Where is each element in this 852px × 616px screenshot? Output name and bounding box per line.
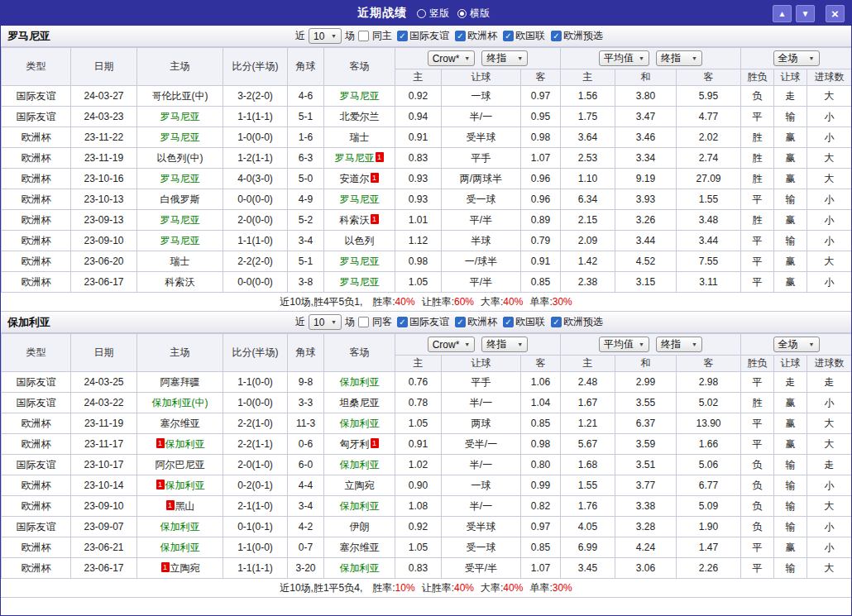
asian-index-dropdown[interactable]: 终指 ▼ xyxy=(481,50,528,66)
fulltime-dropdown[interactable]: 全场 ▼ xyxy=(773,337,820,352)
asian-handicap: 受平/半 xyxy=(442,558,521,579)
asian-handicap: 半/一 xyxy=(442,107,521,127)
scroll-up-button[interactable]: ▲ xyxy=(773,5,792,22)
col-header-type: 类型 xyxy=(2,48,71,86)
match-away-team: 罗马尼亚 xyxy=(324,86,395,107)
euro-draw-odds: 3.77 xyxy=(615,475,677,496)
result-goals: 小 xyxy=(807,107,852,127)
match-away-team: 罗马尼亚1 xyxy=(324,148,395,169)
euro-away-odds: 7.55 xyxy=(677,251,741,272)
horizontal-layout-label[interactable]: 横版 xyxy=(470,7,490,21)
team-name-text: 保加利亚 xyxy=(340,562,380,574)
result-goals: 大 xyxy=(807,413,852,434)
result-winloss: 负 xyxy=(741,496,774,517)
match-score: 3-2(2-0) xyxy=(223,86,288,107)
same-venue-checkbox[interactable] xyxy=(358,31,369,41)
match-away-team: 安道尔1 xyxy=(324,169,395,189)
summary-stat-label: 单率: xyxy=(529,582,552,594)
match-away-team: 保加利亚 xyxy=(324,558,395,579)
asian-home-odds: 0.91 xyxy=(395,434,442,455)
match-row: 欧洲杯23-09-13罗马尼亚2-0(0-0)5-2科索沃11.01平/半0.8… xyxy=(2,210,852,231)
league-checkbox[interactable] xyxy=(503,317,514,327)
euro-draw-odds: 3.93 xyxy=(615,189,677,210)
euro-odds-group-header: 平均值 ▼ 终指 ▼ xyxy=(561,334,741,356)
vertical-layout-radio[interactable] xyxy=(417,9,426,18)
results-table: 类型 日期 主场 比分(半场) 角球 客场 Crow* ▼ 终指 ▼ xyxy=(1,47,852,293)
euro-draw-odds: 9.19 xyxy=(615,169,677,189)
league-checkbox[interactable] xyxy=(397,317,408,327)
match-corners: 0-6 xyxy=(288,434,324,455)
close-button[interactable]: × xyxy=(826,5,845,22)
vertical-layout-label[interactable]: 竖版 xyxy=(429,7,449,21)
euro-draw-odds: 3.15 xyxy=(615,272,677,293)
match-count-dropdown[interactable]: 10 ▼ xyxy=(309,314,342,330)
same-venue-label[interactable]: 同客 xyxy=(372,315,392,329)
result-goals: 大 xyxy=(807,434,852,455)
league-filters: 国际友谊欧洲杯欧国联欧洲预选 xyxy=(397,29,607,43)
match-date: 23-10-17 xyxy=(71,455,137,475)
euro-average-dropdown[interactable]: 平均值 ▼ xyxy=(599,50,649,66)
league-checkbox[interactable] xyxy=(455,317,466,327)
euro-draw-odds: 4.24 xyxy=(615,537,677,558)
bookmaker-dropdown[interactable]: Crow* ▼ xyxy=(428,50,476,66)
team-name: 罗马尼亚 xyxy=(1,29,50,44)
team-name-text: 塞尔维亚 xyxy=(160,418,200,429)
result-winloss: 胜 xyxy=(741,210,774,231)
league-checkbox[interactable] xyxy=(397,31,408,41)
result-winloss: 平 xyxy=(741,107,774,127)
close-icon: × xyxy=(831,7,839,20)
summary-stat-value: 30% xyxy=(553,296,572,308)
match-count-dropdown[interactable]: 10 ▼ xyxy=(309,28,342,44)
result-winloss: 胜 xyxy=(741,393,774,413)
match-type-badge: 欧洲杯 xyxy=(2,434,71,455)
chevron-down-icon: ▼ xyxy=(692,341,697,347)
col-header-corner: 角球 xyxy=(288,334,324,372)
euro-draw-odds: 3.28 xyxy=(615,517,677,537)
bookmaker-dropdown[interactable]: Crow* ▼ xyxy=(428,337,476,352)
down-arrow-icon: ▼ xyxy=(802,9,810,18)
match-away-team: 北爱尔兰 xyxy=(324,107,395,127)
match-date: 23-10-14 xyxy=(71,475,137,496)
match-corners: 4-9 xyxy=(288,189,324,210)
fulltime-dropdown[interactable]: 全场 ▼ xyxy=(773,50,820,66)
same-venue-checkbox[interactable] xyxy=(358,317,369,327)
match-row: 欧洲杯23-06-21保加利亚1-1(0-0)0-7塞尔维亚1.05受一球0.8… xyxy=(2,537,852,558)
horizontal-layout-radio[interactable] xyxy=(457,9,467,18)
euro-index-dropdown[interactable]: 终指 ▼ xyxy=(656,50,702,66)
table-header-group-row: 类型 日期 主场 比分(半场) 角球 客场 Crow* ▼ 终指 ▼ xyxy=(2,48,852,69)
match-away-team: 立陶宛 xyxy=(324,475,395,496)
chevron-down-icon: ▼ xyxy=(331,33,337,39)
match-away-team: 罗马尼亚 xyxy=(324,189,395,210)
same-venue-label[interactable]: 同主 xyxy=(372,29,392,43)
asian-index-dropdown[interactable]: 终指 ▼ xyxy=(481,337,528,352)
asian-away-odds: 0.98 xyxy=(521,127,561,148)
summary-stat-value: 30% xyxy=(553,582,572,594)
match-home-team: 1立陶宛 xyxy=(137,558,223,579)
league-filters: 国际友谊欧洲杯欧国联欧洲预选 xyxy=(397,315,607,329)
euro-average-dropdown[interactable]: 平均值 ▼ xyxy=(599,337,649,352)
euro-draw-odds: 4.52 xyxy=(615,251,677,272)
asian-home-odds: 0.78 xyxy=(395,393,442,413)
match-row: 欧洲杯23-11-19以色列(中)1-2(1-1)6-3罗马尼亚10.83平手1… xyxy=(2,148,852,169)
match-date: 23-11-19 xyxy=(71,148,137,169)
league-checkbox[interactable] xyxy=(455,31,466,41)
asian-away-odds: 0.82 xyxy=(521,496,561,517)
euro-index-dropdown[interactable]: 终指 ▼ xyxy=(656,337,702,352)
asian-home-odds: 1.05 xyxy=(395,413,442,434)
league-checkbox[interactable] xyxy=(503,31,514,41)
euro-draw-odds: 3.34 xyxy=(615,148,677,169)
result-handicap: 输 xyxy=(774,231,807,251)
col-header-euro-draw: 和 xyxy=(615,356,677,372)
match-away-team: 保加利亚 xyxy=(324,455,395,475)
result-winloss: 负 xyxy=(741,455,774,475)
result-group-header: 全场 ▼ xyxy=(741,334,852,356)
match-row: 国际友谊24-03-23罗马尼亚1-1(1-1)5-1北爱尔兰0.94半/一0.… xyxy=(2,107,852,127)
team-name-text: 阿塞拜疆 xyxy=(160,376,200,388)
chevron-down-icon: ▼ xyxy=(809,341,815,347)
summary-prefix: 近10场,胜1平5负4, xyxy=(280,581,362,595)
team-name-text: 匈牙利 xyxy=(340,438,370,450)
scroll-down-button[interactable]: ▼ xyxy=(796,5,815,22)
league-checkbox[interactable] xyxy=(551,317,562,327)
league-checkbox[interactable] xyxy=(551,31,562,41)
match-away-team: 保加利亚 xyxy=(324,372,395,393)
